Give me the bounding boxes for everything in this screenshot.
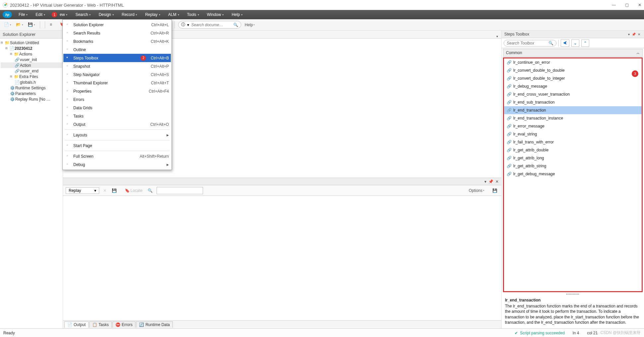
menu-search[interactable]: Search▾	[71, 10, 95, 19]
lower-tab-runtime-data[interactable]: 🔄Runtime Data	[136, 321, 173, 328]
view-menu-steps-toolbox[interactable]: ▫️Steps Toolbox2Ctrl+Alt+B	[63, 54, 171, 62]
lower-clear[interactable]: ✕	[102, 188, 108, 194]
toolbox-item[interactable]: 🔗lr_error_message	[504, 122, 642, 130]
tree-actions[interactable]: Actions	[19, 52, 32, 56]
view-menu-layouts[interactable]: ▫️Layouts▶	[63, 131, 171, 139]
toolbox-item[interactable]: 🔗lr_continue_on_error	[504, 58, 642, 66]
toolbox-item[interactable]: 🔗lr_fail_trans_with_error	[504, 138, 642, 146]
toolbar-save[interactable]: 💾▾	[27, 22, 36, 28]
splitter[interactable]	[502, 293, 644, 295]
lower-options[interactable]: Options ▾	[467, 188, 486, 194]
view-menu-step-navigator[interactable]: ▫️Step NavigatorCtrl+Alt+S	[63, 70, 171, 79]
toolbox-back[interactable]: ⮜	[561, 40, 569, 47]
toolbox-item[interactable]: 🔗lr_end_transaction	[504, 106, 642, 114]
menu-design[interactable]: Design▾	[95, 10, 117, 19]
status-ready: Ready	[3, 331, 15, 335]
annotation-badge-1: 1	[52, 12, 57, 17]
tree-root[interactable]: Solution Untitled	[10, 41, 39, 45]
toolbox-item[interactable]: 🔗lr_convert_double_to_double	[504, 66, 642, 74]
menu-edit[interactable]: Edit▾	[32, 10, 49, 19]
tree-project[interactable]: 20230412	[15, 46, 32, 51]
lower-save2[interactable]: 💾	[491, 188, 499, 194]
lower-tab-tasks[interactable]: 📋Tasks	[89, 321, 112, 328]
tree-action[interactable]: 🔗vuser_init	[1, 57, 62, 62]
maximize-button[interactable]: ▢	[625, 3, 629, 7]
toolbox-expand[interactable]: ⌄	[571, 40, 579, 47]
toolbox-item[interactable]: 🔗lr_get_debug_message	[504, 170, 642, 178]
lower-search-input[interactable]	[157, 187, 203, 194]
tree-file[interactable]: globals.h	[20, 80, 36, 85]
doc-search-input[interactable]	[191, 23, 231, 27]
view-menu-output[interactable]: ▫️OutputCtrl+Alt+O	[63, 120, 171, 128]
tree-item[interactable]: ⚙️Replay Runs [No …	[1, 96, 62, 102]
lower-search-icon[interactable]: 🔍	[146, 188, 154, 194]
toolbox-search[interactable]: 🔍	[504, 40, 556, 46]
lower-close-icon[interactable]: ✕	[495, 179, 499, 184]
toolbox-item[interactable]: 🔗lr_get_attrib_long	[504, 154, 642, 162]
view-menu-tasks[interactable]: ▫️Tasks	[63, 112, 171, 120]
toolbar-align[interactable]: ≡	[48, 22, 56, 28]
view-menu-properties[interactable]: ▫️PropertiesCtrl+Alt+F4	[63, 87, 171, 95]
menu-tools[interactable]: Tools▾	[183, 10, 203, 19]
minimize-button[interactable]: —	[612, 3, 616, 7]
toolbox-item[interactable]: 🔗lr_get_attrib_double	[504, 146, 642, 154]
toolbox-item[interactable]: 🔗lr_debug_message	[504, 82, 642, 90]
menu-replay[interactable]: Replay▾	[141, 10, 164, 19]
menu-item-icon: ▫️	[65, 122, 71, 127]
menu-alm[interactable]: ALM▾	[164, 10, 183, 19]
view-menu-thumbnail-explorer[interactable]: ▫️Thumbnail ExplorerCtrl+Alt+T	[63, 79, 171, 87]
view-menu-search-results[interactable]: ▫️Search ResultsCtrl+Alt+R	[63, 29, 171, 37]
view-menu-start-page[interactable]: ▫️Start Page	[63, 141, 171, 150]
lower-pin-icon[interactable]: 📌	[488, 179, 493, 184]
tabstrip-menu[interactable]: ▾	[495, 35, 499, 38]
view-menu-full-screen[interactable]: ▫️Full ScreenAlt+Shift+Return	[63, 152, 171, 160]
toolbox-list[interactable]: 3 🔗lr_continue_on_error🔗lr_convert_doubl…	[503, 57, 643, 292]
view-menu-snapshot[interactable]: ▫️SnapshotCtrl+Alt+P	[63, 62, 171, 70]
lower-dropdown-icon[interactable]: ▾	[484, 179, 486, 184]
steps-dropdown-icon[interactable]: ▾	[627, 33, 631, 36]
replay-combo[interactable]: Replay▾	[66, 187, 99, 194]
toolbox-search-input[interactable]	[507, 41, 546, 45]
toolbox-item[interactable]: 🔗lr_end_sub_transaction	[504, 98, 642, 106]
tree-action[interactable]: 🔗vuser_end	[1, 68, 62, 74]
toolbar-open[interactable]: 📂▾	[15, 22, 25, 28]
lower-locate[interactable]: 🔖 Locate	[123, 188, 144, 194]
tree-item[interactable]: ⚙️Runtime Settings	[1, 85, 62, 91]
view-menu-bookmarks[interactable]: ▫️BookmarksCtrl+Alt+K	[63, 37, 171, 45]
tree-action[interactable]: 🔗Action	[1, 62, 62, 68]
steps-pin-icon[interactable]: 📌	[631, 33, 637, 36]
toolbox-item[interactable]: 🔗lr_end_cross_vuser_transaction	[504, 90, 642, 98]
toolbox-item[interactable]: 🔗lr_convert_double_to_integer	[504, 74, 642, 82]
help-combo[interactable]: Help ▾	[243, 22, 256, 28]
menu-file[interactable]: File▾	[15, 10, 32, 19]
menu-record[interactable]: Record▾	[118, 10, 141, 19]
close-button[interactable]: ✕	[638, 3, 641, 7]
toolbox-item[interactable]: 🔗lr_get_attrib_string	[504, 162, 642, 170]
toolbar-new[interactable]: 📄▾	[3, 22, 13, 28]
view-menu-data-grids[interactable]: ▫️Data Grids	[63, 104, 171, 112]
step-icon: 🔗	[507, 116, 511, 121]
view-menu-dropdown[interactable]: ▫️Solution ExplorerCtrl+Alt+L▫️Search Re…	[62, 19, 172, 170]
tree-item[interactable]: ⚙️Parameters	[1, 91, 62, 96]
menu-window[interactable]: Window▾	[203, 10, 228, 19]
toolbox-collapse[interactable]: ⌃	[581, 40, 589, 47]
view-menu-solution-explorer[interactable]: ▫️Solution ExplorerCtrl+Alt+L	[63, 21, 171, 29]
tree-extra-files[interactable]: Extra Files	[19, 74, 38, 79]
toolbox-item[interactable]: 🔗lr_end_transaction_instance	[504, 114, 642, 122]
lower-tab-output[interactable]: 📄Output	[64, 321, 89, 328]
menu-help[interactable]: Help▾	[228, 10, 247, 19]
lower-tab-errors[interactable]: ⛔Errors	[112, 321, 136, 328]
toolbox-item-label: lr_eval_string	[513, 132, 537, 136]
doc-search[interactable]: ⓘ▾ 🔍	[178, 21, 241, 29]
view-menu-debug[interactable]: ▫️Debug▶	[63, 160, 171, 169]
menu-view[interactable]: 1ew▾	[49, 10, 71, 19]
toolbox-category[interactable]: Common ︽	[503, 49, 643, 57]
steps-close-icon[interactable]: ✕	[637, 33, 641, 36]
solution-tree[interactable]: ⊟📁Solution Untitled ⊟📄20230412 ⊟📁Actions…	[0, 39, 63, 103]
view-menu-outline[interactable]: ▫️Outline	[63, 45, 171, 54]
toolbox-item[interactable]: 🔗lr_eval_string	[504, 130, 642, 138]
steps-toolbox-title: Steps Toolbox	[504, 32, 529, 37]
step-icon: 🔗	[507, 68, 511, 73]
view-menu-errors[interactable]: ▫️Errors	[63, 95, 171, 104]
lower-save[interactable]: 💾	[110, 188, 118, 194]
